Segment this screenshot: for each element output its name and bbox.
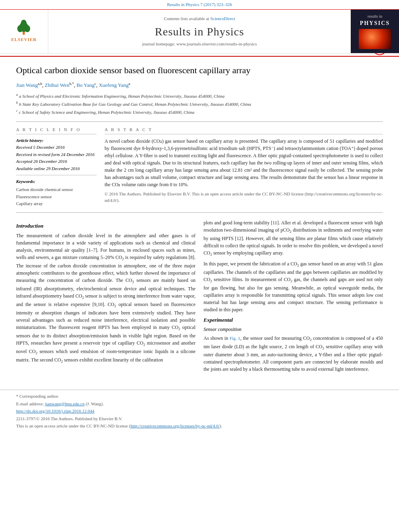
intro-section-title: Introduction: [16, 222, 195, 230]
keywords-list: Carbon dioxide chemical sensor Fluoresce…: [16, 186, 97, 207]
elsevier-logo: ELSEVIER: [11, 20, 37, 43]
body-right-column: plots and good long-term stability [11].…: [204, 219, 383, 375]
journal-header: Results in Physics 7 (2017) 323–326 ELSE…: [0, 0, 399, 57]
author-bo-yang[interactable]: Bo Yang: [76, 82, 95, 88]
abstract-text: A novel carbon dioxide (CO₂) gas sensor …: [105, 138, 383, 204]
history-label: Article history:: [16, 138, 97, 144]
sensor-composition-paragraph: As shown in Fig. 1, the sensor used for …: [204, 335, 383, 373]
available-date: Available online 29 December 2016: [16, 166, 97, 172]
article-content: CrossMark Optical carbon dioxide sensor …: [0, 57, 399, 383]
elsevier-logo-section: ELSEVIER: [0, 10, 48, 53]
sciencedirect-label: Contents lists available at: [164, 16, 209, 21]
intro-continuation: plots and good long-term stability [11].…: [204, 219, 383, 313]
doi-footer: http://dx.doi.org/10.1016/j.rinp.2016.12…: [16, 408, 383, 414]
article-info-column: A R T I C L E I N F O Article history: R…: [16, 127, 97, 208]
body-left-column: Introduction The measurement of carbon d…: [16, 219, 195, 375]
intro-paragraph-2: plots and good long-term stability [11].…: [204, 219, 383, 258]
abstract-column: A B S T R A C T A novel carbon dioxide (…: [105, 127, 383, 208]
article-history: Article history: Received 5 December 201…: [16, 138, 97, 172]
email-note: E-mail address: jianwang@hpu.edu.cn (J. …: [16, 401, 383, 407]
keyword-3: Capillary array: [16, 200, 97, 207]
intro-paragraph-1: The measurement of carbon dioxide level …: [16, 232, 195, 364]
article-info-heading: A R T I C L E I N F O: [16, 127, 97, 134]
intro-paragraph-3: In this paper, we present the fabricatio…: [204, 260, 383, 313]
article-info-abstract-section: A R T I C L E I N F O Article history: R…: [16, 121, 383, 213]
doi-link[interactable]: http://dx.doi.org/10.1016/j.rinp.2016.12…: [16, 409, 94, 413]
svg-point-4: [21, 20, 27, 27]
corresponding-note: * Corresponding author.: [16, 393, 383, 399]
abstract-paragraph: A novel carbon dioxide (CO₂) gas sensor …: [105, 138, 383, 188]
fig1-link[interactable]: Fig. 1: [230, 336, 240, 341]
affiliation-b: b b State Key Laboratory Cultivation Bas…: [16, 100, 383, 107]
journal-homepage: journal homepage: www.journals.elsevier.…: [142, 41, 257, 47]
intro-text: The measurement of carbon dioxide level …: [16, 232, 195, 364]
license-main: © 2016 The Authors. Published by Elsevie…: [105, 191, 383, 203]
email-link[interactable]: jianwang@hpu.edu.cn: [45, 401, 84, 406]
affiliations: a a School of Physics and Electronic Inf…: [16, 92, 383, 115]
cc-license-link[interactable]: http://creativecommons.org/licenses/by-n…: [130, 423, 220, 428]
author-jian-wang[interactable]: Jian Wang: [16, 82, 38, 88]
sensor-composition-text: As shown in Fig. 1, the sensor used for …: [204, 335, 383, 373]
keywords-label: Keywords:: [16, 179, 97, 185]
badge-image: [359, 29, 391, 49]
sensor-composition-title: Sensor composition: [204, 326, 383, 333]
sciencedirect-link-text[interactable]: ScienceDirect: [210, 16, 235, 21]
article-title: Optical carbon dioxide sensor based on f…: [16, 65, 383, 76]
license-text: © 2016 The Authors. Published by Elsevie…: [105, 191, 383, 204]
open-access-line: This is an open access article under the…: [16, 423, 383, 429]
author-xuefeng-yang[interactable]: Xuefeng Yang: [99, 82, 128, 88]
results-badge: results in PHYSICS: [355, 10, 395, 53]
revised-date: Received in revised form 24 December 201…: [16, 152, 97, 158]
doi-reference: Results in Physics 7 (2017) 323–326: [167, 2, 232, 7]
affiliation-c: c c School of Safety Science and Enginee…: [16, 108, 383, 115]
received-date: Received 5 December 2016: [16, 144, 97, 150]
abstract-heading: A B S T R A C T: [105, 127, 383, 134]
elsevier-text: ELSEVIER: [11, 37, 37, 43]
affiliation-a: a a School of Physics and Electronic Inf…: [16, 92, 383, 99]
page: Results in Physics 7 (2017) 323–326 ELSE…: [0, 0, 399, 532]
elsevier-tree-icon: [14, 20, 34, 36]
badge-text-large: PHYSICS: [360, 19, 390, 27]
badge-text-small: results in: [368, 14, 382, 19]
sciencedirect-link: Contents lists available at ScienceDirec…: [164, 16, 235, 22]
author-zhihui-wen[interactable]: Zhihui Wen: [45, 82, 69, 88]
header-top: ELSEVIER Contents lists available at Sci…: [0, 10, 399, 53]
page-footer: * Corresponding author. E-mail address: …: [0, 390, 399, 433]
body-columns: Introduction The measurement of carbon d…: [16, 219, 383, 375]
issn-line: 2211-3797/© 2016 The Authors. Published …: [16, 416, 383, 422]
authors-line: Jian Wanga,b, Zhihui Wenb,*, Bo Yangc, X…: [16, 81, 383, 89]
doi-line: Results in Physics 7 (2017) 323–326: [0, 0, 399, 10]
keyword-1: Carbon dioxide chemical sensor: [16, 186, 97, 193]
journal-title-section: Contents lists available at ScienceDirec…: [48, 10, 351, 53]
accepted-date: Accepted 26 December 2016: [16, 158, 97, 164]
keyword-2: Fluorescence sensor: [16, 193, 97, 201]
experimental-section-title: Experimental: [204, 316, 383, 324]
journal-badge-section: results in PHYSICS: [351, 10, 399, 53]
journal-title-main: Results in Physics: [155, 24, 244, 39]
